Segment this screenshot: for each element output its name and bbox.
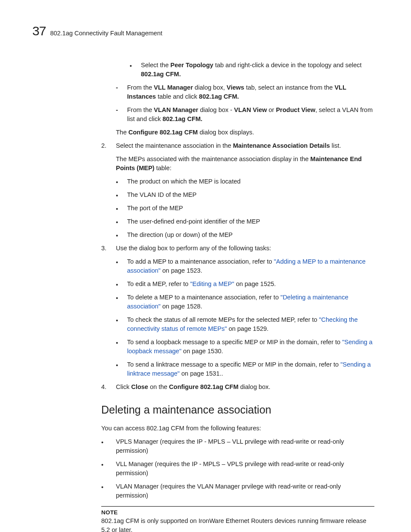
- text: Select the maintenance association in th…: [116, 142, 233, 149]
- bullet-icon: •: [116, 258, 118, 267]
- bullet-icon: •: [101, 438, 103, 447]
- text: The VLAN ID of the MEP: [127, 191, 196, 198]
- step-number: 3.: [101, 244, 106, 253]
- text-bold: Close: [131, 383, 148, 390]
- text-bold: VLAN Manager: [154, 106, 198, 113]
- text: The direction (up or down) of the MEP: [127, 231, 233, 238]
- text: To check the status of all remote MEPs f…: [127, 316, 319, 323]
- text: Use the dialog box to perform any of the…: [116, 245, 271, 252]
- step-number: 4.: [101, 383, 106, 392]
- page-header: 37 802.1ag Connectivity Fault Management: [32, 24, 374, 38]
- list-item: •The direction (up or down) of the MEP: [101, 230, 374, 240]
- list-item: • To delete a MEP to a maintenance assoc…: [101, 293, 374, 311]
- text: From the: [127, 84, 154, 91]
- list-item: 4. Click Close on the Configure 802.1ag …: [101, 383, 374, 392]
- dash-icon: -: [116, 83, 118, 92]
- text: The MEPs associated with the maintenance…: [116, 156, 310, 162]
- text-bold: VLAN View: [234, 106, 267, 113]
- list-item: 3. Use the dialog box to perform any of …: [101, 244, 374, 253]
- text: on page 1528.: [161, 303, 202, 310]
- text: or: [267, 106, 276, 113]
- text: The product on which the MEP is located: [127, 178, 240, 185]
- chapter-title: 802.1ag Connectivity Fault Management: [50, 30, 162, 37]
- text: on page 1530.: [181, 348, 223, 355]
- text-bold: Configure 802.1ag CFM: [169, 383, 238, 390]
- list-item: • To check the status of all remote MEPs…: [101, 315, 374, 333]
- text: To add a MEP to a maintenance associatio…: [127, 258, 274, 265]
- bullet-icon: •: [116, 280, 118, 289]
- paragraph: The Configure 802.1ag CFM dialog box dis…: [101, 128, 374, 137]
- text-bold: 802.1ag CFM.: [141, 71, 181, 78]
- text: table:: [154, 165, 171, 171]
- list-item: •The user-defined end-point identifier o…: [101, 217, 374, 226]
- list-item: •The product on which the MEP is located: [101, 177, 374, 186]
- text: From the: [127, 106, 154, 113]
- text-bold: Configure 802.1ag CFM: [128, 129, 198, 136]
- text-bold: 802.1ag CFM.: [162, 115, 202, 122]
- list-item: •VLAN Manager (requires the VLAN Manager…: [101, 482, 374, 500]
- text: Click: [116, 383, 131, 390]
- bullet-icon: •: [116, 316, 118, 325]
- bullet-icon: •: [116, 361, 118, 370]
- text: on page 1529.: [227, 325, 269, 332]
- text: table and click: [156, 93, 199, 100]
- list-item: - From the VLAN Manager dialog box - VLA…: [101, 106, 374, 124]
- text: dialog box displays.: [198, 129, 254, 136]
- text: dialog box -: [198, 106, 234, 113]
- text: Select the: [141, 62, 171, 68]
- step-number: 2.: [101, 141, 106, 150]
- bullet-icon: •: [101, 460, 103, 470]
- note-rule: [101, 506, 374, 507]
- bullet-icon: •: [116, 218, 118, 227]
- text: tab, select an instance from the: [244, 84, 335, 91]
- bullet-icon: •: [116, 231, 118, 240]
- text: on page 1523.: [161, 267, 202, 274]
- text: list.: [330, 142, 341, 149]
- bullet-icon: •: [116, 294, 118, 303]
- cross-ref-link[interactable]: "Editing a MEP": [190, 280, 234, 287]
- list-item: •The port of the MEP: [101, 204, 374, 213]
- list-item: • To edit a MEP, refer to "Editing a MEP…: [101, 280, 374, 289]
- text: dialog box,: [193, 84, 227, 91]
- dash-icon: -: [116, 106, 118, 115]
- text-bold: Product View: [276, 106, 315, 113]
- text: tab and right-click a device in the topo…: [213, 62, 361, 68]
- bullet-icon: •: [101, 483, 103, 492]
- bullet-icon: •: [130, 62, 132, 71]
- list-item: • To add a MEP to a maintenance associat…: [101, 257, 374, 275]
- text-bold: Peer Topology: [171, 62, 214, 68]
- text: To delete a MEP to a maintenance associa…: [127, 294, 280, 301]
- bullet-icon: •: [116, 191, 118, 200]
- text: on page 1525.: [234, 280, 276, 287]
- page-body: • Select the Peer Topology tab and right…: [101, 61, 374, 532]
- list-item: • Select the Peer Topology tab and right…: [101, 61, 374, 79]
- bullet-icon: •: [116, 339, 118, 348]
- list-item: - From the VLL Manager dialog box, Views…: [101, 83, 374, 101]
- text: VLAN Manager (requires the VLAN Manager …: [116, 483, 341, 499]
- text-bold: Maintenance Association Details: [233, 142, 330, 149]
- list-item: •VLL Manager (requires the IP - MPLS – V…: [101, 460, 374, 478]
- note-body: 802.1ag CFM is only supported on IronWar…: [101, 516, 374, 532]
- section-heading: Deleting a maintenance association: [101, 402, 374, 417]
- text-bold: VLL Manager: [154, 84, 193, 91]
- text: To edit a MEP, refer to: [127, 280, 190, 287]
- text: VPLS Manager (requires the IP - MPLS – V…: [116, 438, 344, 454]
- text: The port of the MEP: [127, 205, 183, 212]
- paragraph: The MEPs associated with the maintenance…: [101, 155, 374, 173]
- text: on the: [148, 383, 169, 390]
- page: 37 802.1ag Connectivity Fault Management…: [0, 0, 411, 532]
- text: To send a linktrace message to a specifi…: [127, 361, 340, 368]
- text: dialog box.: [238, 383, 270, 390]
- text-bold: 802.1ag CFM.: [199, 93, 239, 100]
- text: on page 1531..: [180, 370, 223, 377]
- note-heading: NOTE: [101, 508, 374, 517]
- text: The user-defined end-point identifier of…: [127, 218, 260, 225]
- text: VLL Manager (requires the IP - MPLS – VP…: [116, 460, 344, 476]
- list-item: • To send a loopback message to a specif…: [101, 338, 374, 356]
- bullet-icon: •: [116, 205, 118, 214]
- text-bold: Views: [227, 84, 244, 91]
- list-item: 2. Select the maintenance association in…: [101, 141, 374, 150]
- list-item: •VPLS Manager (requires the IP - MPLS – …: [101, 437, 374, 455]
- list-item: • To send a linktrace message to a speci…: [101, 360, 374, 378]
- paragraph: You can access 802.1ag CFM from the foll…: [101, 424, 374, 433]
